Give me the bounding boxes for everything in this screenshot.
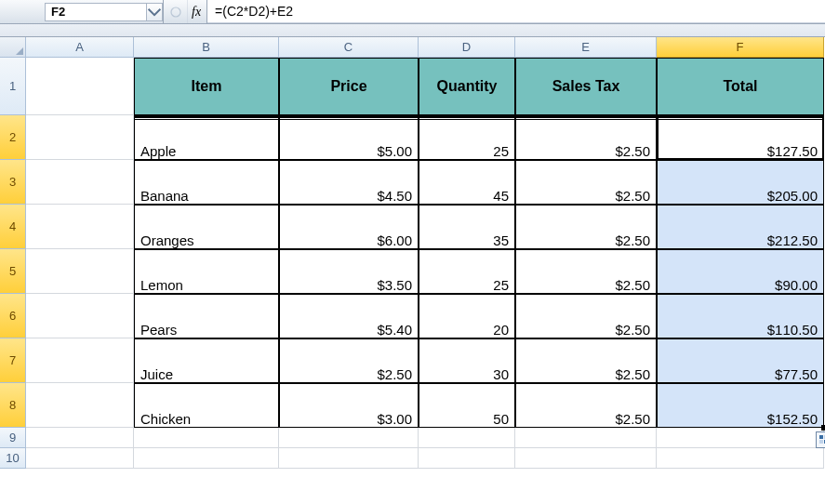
cell-c3[interactable]: $4.50 xyxy=(279,160,419,205)
svg-rect-3 xyxy=(819,440,823,444)
cell-f2[interactable]: $127.50 xyxy=(657,115,824,160)
row-head-1[interactable]: 1 xyxy=(0,58,26,115)
fill-handle[interactable] xyxy=(821,425,825,431)
row-head-7[interactable]: 7 xyxy=(0,338,26,383)
cell-e2[interactable]: $2.50 xyxy=(515,115,657,160)
cell-d9[interactable] xyxy=(419,428,515,448)
cell-e7[interactable]: $2.50 xyxy=(515,338,657,383)
cell-f4[interactable]: $212.50 xyxy=(657,205,824,249)
cell-b3[interactable]: Banana xyxy=(134,160,279,205)
row-head-5[interactable]: 5 xyxy=(0,249,26,294)
cell-d3[interactable]: 45 xyxy=(419,160,515,205)
cell-e10[interactable] xyxy=(515,448,657,469)
cell-a3[interactable] xyxy=(26,160,134,205)
cell-f3[interactable]: $205.00 xyxy=(657,160,824,205)
cell-a9[interactable] xyxy=(26,428,134,448)
cell-b10[interactable] xyxy=(134,448,279,469)
name-box-dropdown[interactable] xyxy=(146,3,163,21)
row-head-3[interactable]: 3 xyxy=(0,160,26,205)
cell-c4[interactable]: $6.00 xyxy=(279,205,419,249)
cell-a6[interactable] xyxy=(26,294,134,338)
cell-e9[interactable] xyxy=(515,428,657,448)
cell-b7[interactable]: Juice xyxy=(134,338,279,383)
col-head-c[interactable]: C xyxy=(279,37,419,58)
autofill-icon xyxy=(818,434,825,445)
cell-f5[interactable]: $90.00 xyxy=(657,249,824,294)
row-head-4[interactable]: 4 xyxy=(0,205,26,249)
cell-d5[interactable]: 25 xyxy=(419,249,515,294)
cell-c8[interactable]: $3.00 xyxy=(279,383,419,428)
spreadsheet-grid[interactable]: A B C D E F 1 Item Price Quantity Sales … xyxy=(0,37,825,469)
cell-f10[interactable] xyxy=(657,448,824,469)
cell-c10[interactable] xyxy=(279,448,419,469)
cell-c7[interactable]: $2.50 xyxy=(279,338,419,383)
formula-bar: fx xyxy=(0,0,825,24)
cell-f7[interactable]: $77.50 xyxy=(657,338,824,383)
cell-a4[interactable] xyxy=(26,205,134,249)
cell-b4[interactable]: Oranges xyxy=(134,205,279,249)
cell-f6[interactable]: $110.50 xyxy=(657,294,824,338)
select-all-corner[interactable] xyxy=(0,37,26,58)
row-head-2[interactable]: 2 xyxy=(0,115,26,160)
cell-e5[interactable]: $2.50 xyxy=(515,249,657,294)
col-head-a[interactable]: A xyxy=(26,37,134,58)
circle-icon xyxy=(170,7,181,18)
cell-e8[interactable]: $2.50 xyxy=(515,383,657,428)
cell-b2[interactable]: Apple xyxy=(134,115,279,160)
cell-f9[interactable] xyxy=(657,428,824,448)
insert-function-button[interactable]: fx xyxy=(188,0,207,23)
cell-d10[interactable] xyxy=(419,448,515,469)
fx-label: fx xyxy=(192,5,201,20)
svg-rect-1 xyxy=(819,435,823,439)
cell-a7[interactable] xyxy=(26,338,134,383)
cell-c1[interactable]: Price xyxy=(279,58,419,115)
row-head-8[interactable]: 8 xyxy=(0,383,26,428)
name-box[interactable] xyxy=(45,3,147,21)
cell-d7[interactable]: 30 xyxy=(419,338,515,383)
row-head-10[interactable]: 10 xyxy=(0,448,26,469)
cell-a10[interactable] xyxy=(26,448,134,469)
col-head-d[interactable]: D xyxy=(419,37,515,58)
cell-c9[interactable] xyxy=(279,428,419,448)
cell-a1[interactable] xyxy=(26,58,134,115)
cell-e1[interactable]: Sales Tax xyxy=(515,58,657,115)
cell-e6[interactable]: $2.50 xyxy=(515,294,657,338)
col-head-e[interactable]: E xyxy=(515,37,657,58)
cell-e3[interactable]: $2.50 xyxy=(515,160,657,205)
col-head-f[interactable]: F xyxy=(657,37,824,58)
cell-b5[interactable]: Lemon xyxy=(134,249,279,294)
chevron-down-icon xyxy=(147,5,162,20)
row-head-6[interactable]: 6 xyxy=(0,294,26,338)
cell-d8[interactable]: 50 xyxy=(419,383,515,428)
cell-d2[interactable]: 25 xyxy=(419,115,515,160)
cell-c6[interactable]: $5.40 xyxy=(279,294,419,338)
cell-d6[interactable]: 20 xyxy=(419,294,515,338)
cell-a2[interactable] xyxy=(26,115,134,160)
formula-input[interactable] xyxy=(207,0,825,23)
cell-a8[interactable] xyxy=(26,383,134,428)
cell-f8[interactable]: $152.50 xyxy=(657,383,824,428)
cell-c2[interactable]: $5.00 xyxy=(279,115,419,160)
cancel-formula-button[interactable] xyxy=(164,0,188,23)
cell-e4[interactable]: $2.50 xyxy=(515,205,657,249)
ribbon-gap xyxy=(0,24,825,37)
name-box-wrap xyxy=(0,0,164,23)
svg-point-0 xyxy=(171,7,180,17)
cell-b8[interactable]: Chicken xyxy=(134,383,279,428)
col-head-b[interactable]: B xyxy=(134,37,279,58)
cell-d4[interactable]: 35 xyxy=(419,205,515,249)
cell-d1[interactable]: Quantity xyxy=(419,58,515,115)
autofill-options-button[interactable] xyxy=(816,431,825,448)
cell-f1[interactable]: Total xyxy=(657,58,824,115)
cell-c5[interactable]: $3.50 xyxy=(279,249,419,294)
cell-b1[interactable]: Item xyxy=(134,58,279,115)
row-head-9[interactable]: 9 xyxy=(0,428,26,448)
cell-b6[interactable]: Pears xyxy=(134,294,279,338)
cell-a5[interactable] xyxy=(26,249,134,294)
cell-b9[interactable] xyxy=(134,428,279,448)
